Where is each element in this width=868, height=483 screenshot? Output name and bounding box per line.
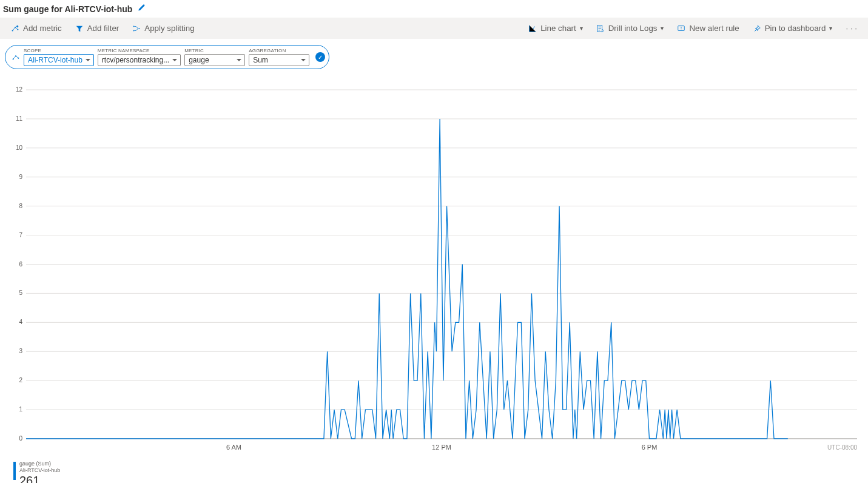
svg-text:6 PM: 6 PM <box>642 444 658 451</box>
svg-text:UTC-08:00: UTC-08:00 <box>827 444 857 451</box>
edit-title-icon[interactable] <box>137 4 146 14</box>
add-metric-label: Add metric <box>23 24 62 33</box>
drill-logs-button[interactable]: Drill into Logs ▾ <box>590 21 670 35</box>
metric-label: METRIC <box>184 48 245 53</box>
svg-text:12: 12 <box>16 86 23 93</box>
apply-splitting-label: Apply splitting <box>144 24 194 33</box>
svg-text:6 AM: 6 AM <box>226 444 241 451</box>
svg-point-5 <box>139 28 140 29</box>
filter-icon <box>75 24 84 33</box>
pin-dashboard-button[interactable]: Pin to dashboard ▾ <box>747 21 839 35</box>
chevron-down-icon: ▾ <box>829 25 832 32</box>
toolbar: Add metric Add filter Apply splitting Li… <box>0 18 868 39</box>
add-metric-button[interactable]: Add metric <box>5 21 68 35</box>
more-icon: · · · <box>846 24 857 33</box>
logs-icon <box>596 24 605 33</box>
svg-text:5: 5 <box>19 289 22 296</box>
chart-legend: gauge (Sum) Ali-RTCV-iot-hub 261 <box>0 461 868 483</box>
add-metric-icon <box>11 24 19 33</box>
metric-pill: SCOPE Ali-RTCV-iot-hub METRIC NAMESPACE … <box>5 45 329 69</box>
splitting-icon <box>132 24 141 33</box>
svg-point-3 <box>133 25 135 27</box>
namespace-label: METRIC NAMESPACE <box>98 48 181 53</box>
legend-series: gauge (Sum) <box>19 461 60 467</box>
add-filter-button[interactable]: Add filter <box>69 21 126 35</box>
svg-text:4: 4 <box>19 319 22 325</box>
alert-icon <box>677 24 685 33</box>
more-button[interactable]: · · · <box>839 21 863 35</box>
svg-text:8: 8 <box>19 203 22 209</box>
pin-icon <box>753 24 761 33</box>
add-filter-label: Add filter <box>87 24 119 33</box>
new-alert-rule-button[interactable]: New alert rule <box>671 21 745 35</box>
svg-text:9: 9 <box>19 174 22 180</box>
apply-splitting-button[interactable]: Apply splitting <box>126 21 200 35</box>
legend-color-swatch <box>13 462 16 480</box>
svg-text:3: 3 <box>19 348 22 354</box>
chevron-down-icon: ▾ <box>661 25 664 32</box>
svg-text:6: 6 <box>19 261 22 268</box>
legend-value: 261 <box>19 474 60 483</box>
chart-type-button[interactable]: Line chart ▾ <box>522 21 589 35</box>
svg-point-4 <box>133 30 135 31</box>
new-alert-rule-label: New alert rule <box>689 24 739 33</box>
legend-resource: Ali-RTCV-iot-hub <box>19 467 60 474</box>
chevron-down-icon: ▾ <box>580 25 583 32</box>
metric-icon <box>12 53 20 61</box>
aggregation-select[interactable]: Sum <box>249 54 309 66</box>
metric-select[interactable]: gauge <box>184 54 245 66</box>
drill-logs-label: Drill into Logs <box>608 24 658 33</box>
line-chart-icon <box>528 24 537 33</box>
svg-text:10: 10 <box>16 144 23 151</box>
pin-dashboard-label: Pin to dashboard <box>765 24 826 33</box>
svg-text:11: 11 <box>16 115 23 122</box>
aggregation-label: AGGREGATION <box>249 48 309 53</box>
chart-type-label: Line chart <box>540 24 576 33</box>
metrics-chart[interactable]: 01234567891011126 AM12 PM6 PMUTC-08:00 <box>5 84 863 457</box>
svg-text:12 PM: 12 PM <box>432 444 451 451</box>
svg-text:1: 1 <box>19 406 22 413</box>
svg-text:2: 2 <box>19 377 22 383</box>
svg-text:7: 7 <box>19 232 22 238</box>
svg-text:0: 0 <box>19 435 22 442</box>
scope-label: SCOPE <box>24 48 94 53</box>
namespace-select[interactable]: rtcv/persontracking... <box>98 54 181 66</box>
scope-select[interactable]: Ali-RTCV-iot-hub <box>24 54 94 66</box>
confirm-metric-icon[interactable]: ✓ <box>315 52 325 62</box>
page-title: Sum gauge for Ali-RTCV-iot-hub <box>3 4 132 14</box>
